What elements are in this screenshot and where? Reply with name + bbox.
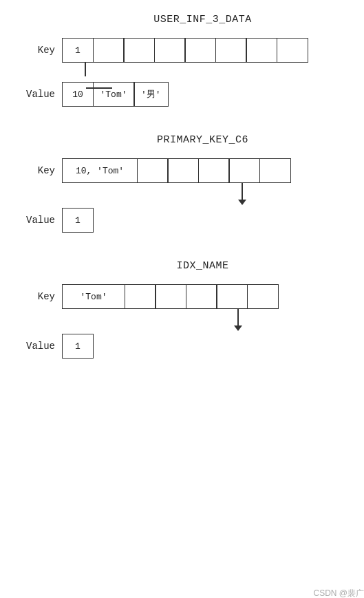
diagram-2-key-cells: 10, 'Tom' bbox=[62, 158, 291, 183]
diagram-3-key-row: Key 'Tom' bbox=[21, 284, 364, 309]
d3-key-cell-2 bbox=[155, 284, 186, 309]
diagram-2: PRIMARY_KEY_C6 Key 10, 'Tom' Value 1 bbox=[21, 134, 364, 233]
diagram-1-title: USER_INF_3_DATA bbox=[21, 14, 364, 25]
diagram-3-key-label: Key bbox=[21, 291, 62, 302]
diagram-1-value-row: Value 10 'Tom' '男' bbox=[21, 82, 364, 107]
key-cell-2 bbox=[123, 38, 155, 63]
diagram-3-key-cells: 'Tom' bbox=[62, 284, 279, 309]
diagram-2-key-row: Key 10, 'Tom' bbox=[21, 158, 364, 183]
value-cell-1: 'Tom' bbox=[93, 82, 135, 107]
d3-key-cell-0: 'Tom' bbox=[62, 284, 125, 309]
l-corner bbox=[85, 75, 86, 76]
d2-key-cell-1 bbox=[137, 158, 169, 183]
d2-key-cell-3 bbox=[198, 158, 230, 183]
diagram-1-value-label: Value bbox=[21, 89, 62, 100]
d2-key-cell-4 bbox=[228, 158, 260, 183]
d3-arrow-line bbox=[237, 309, 239, 325]
l-horizontal bbox=[85, 75, 86, 76]
d2-value-cell-0: 1 bbox=[62, 208, 94, 233]
d2-key-cell-5 bbox=[259, 158, 291, 183]
key-cell-5 bbox=[215, 38, 247, 63]
diagram-3-value-cells: 1 bbox=[62, 334, 94, 359]
diagram-2-arrow bbox=[100, 183, 364, 208]
key-cell-4 bbox=[184, 38, 216, 63]
l-vertical-line bbox=[85, 63, 86, 75]
key-cell-1 bbox=[93, 38, 125, 63]
d3-value-cell-0: 1 bbox=[62, 334, 94, 359]
page-wrapper: USER_INF_3_DATA Key 1 bbox=[21, 14, 364, 598]
diagram-2-value-label: Value bbox=[21, 215, 62, 226]
d2-key-cell-2 bbox=[167, 158, 199, 183]
diagram-2-value-cells: 1 bbox=[62, 208, 94, 233]
d2-key-cell-0: 10, 'Tom' bbox=[62, 158, 138, 183]
value-cell-2: '男' bbox=[133, 82, 169, 107]
diagram-1-key-label: Key bbox=[21, 45, 62, 56]
d3-arrowhead bbox=[234, 325, 242, 331]
diagram-3-arrow bbox=[92, 309, 364, 334]
watermark: CSDN @裴广长 bbox=[313, 588, 364, 598]
diagram-3-title: IDX_NAME bbox=[21, 260, 364, 272]
d3-key-cell-3 bbox=[186, 284, 217, 309]
d3-key-cell-5 bbox=[247, 284, 279, 309]
diagram-3-value-label: Value bbox=[21, 341, 62, 352]
d2-arrowhead bbox=[238, 200, 246, 205]
diagram-1-key-cells: 1 bbox=[62, 38, 308, 63]
key-cell-6 bbox=[246, 38, 277, 63]
key-cell-0: 1 bbox=[62, 38, 94, 63]
diagram-1-key-row: Key 1 bbox=[21, 38, 364, 63]
l-shape-vertical bbox=[85, 63, 86, 82]
d2-arrow-line bbox=[242, 183, 243, 200]
diagram-3: IDX_NAME Key 'Tom' Value 1 bbox=[21, 260, 364, 359]
d3-key-cell-4 bbox=[216, 284, 248, 309]
diagram-1-connector bbox=[69, 63, 364, 82]
key-cell-3 bbox=[154, 38, 186, 63]
key-cell-7 bbox=[277, 38, 308, 63]
diagram-2-title: PRIMARY_KEY_C6 bbox=[21, 134, 364, 146]
diagram-2-key-label: Key bbox=[21, 165, 62, 176]
diagram-1: USER_INF_3_DATA Key 1 bbox=[21, 14, 364, 107]
diagram-3-value-row: Value 1 bbox=[21, 334, 364, 359]
diagram-2-value-row: Value 1 bbox=[21, 208, 364, 233]
diagram-1-value-cells: 10 'Tom' '男' bbox=[62, 82, 169, 107]
d3-key-cell-1 bbox=[125, 284, 156, 309]
value-cell-0: 10 bbox=[62, 82, 94, 107]
